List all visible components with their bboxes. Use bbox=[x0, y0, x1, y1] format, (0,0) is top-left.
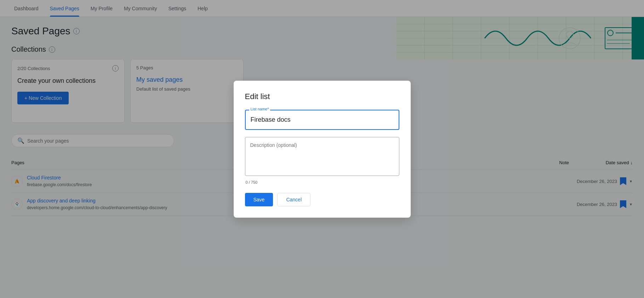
edit-list-modal: Edit list List name* 0 / 750 Save Cancel bbox=[234, 81, 411, 218]
list-name-label: List name* bbox=[249, 107, 270, 111]
list-name-field-wrapper: List name* bbox=[245, 110, 399, 130]
list-name-input[interactable] bbox=[245, 110, 399, 130]
modal-overlay[interactable]: Edit list List name* 0 / 750 Save Cancel bbox=[0, 0, 644, 298]
modal-actions: Save Cancel bbox=[245, 193, 399, 206]
description-field-wrapper bbox=[245, 137, 399, 177]
cancel-button[interactable]: Cancel bbox=[277, 193, 310, 206]
modal-title: Edit list bbox=[245, 92, 399, 101]
description-textarea[interactable] bbox=[245, 137, 399, 176]
char-count: 0 / 750 bbox=[245, 180, 399, 184]
save-button[interactable]: Save bbox=[245, 193, 273, 206]
